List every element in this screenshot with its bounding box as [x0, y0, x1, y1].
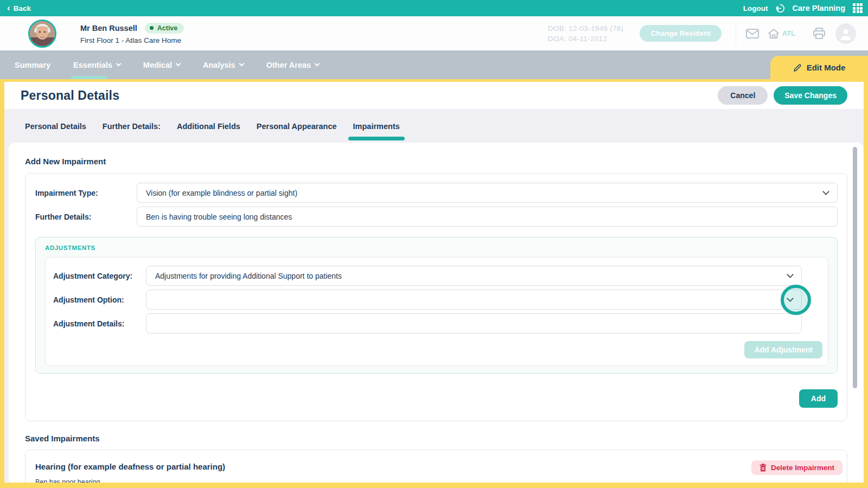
- add-button-row: Add: [35, 389, 838, 408]
- impairments-panel: Add New Impairment Impairment Type: Visi…: [9, 143, 864, 488]
- nav-item-essentials[interactable]: Essentials: [73, 50, 120, 79]
- adjustment-category-select[interactable]: Adjustments for providing Additional Sup…: [146, 266, 802, 286]
- resident-location: First Floor 1 - Atlas Care Home: [80, 36, 184, 44]
- add-impairment-button[interactable]: Add: [799, 389, 838, 408]
- tab-personal-details[interactable]: Personal Details: [25, 122, 86, 139]
- saved-impairment-details: Ben has poor hearing: [35, 478, 837, 486]
- edit-mode-label: Edit Mode: [807, 63, 846, 72]
- logout-button[interactable]: Logout: [743, 4, 768, 12]
- impairment-type-select[interactable]: Vision (for example blindness or partial…: [137, 183, 838, 203]
- page-content: Personal Details Further Details: Additi…: [4, 109, 864, 483]
- home-code-label: ATL: [782, 29, 795, 37]
- adjustments-card: Adjustment Category: Adjustments for pro…: [45, 257, 828, 366]
- further-details-value: Ben is having trouble seeing long distan…: [146, 213, 292, 221]
- nav-item-summary[interactable]: Summary: [15, 50, 50, 79]
- user-avatar-icon[interactable]: [835, 23, 856, 44]
- trash-icon: [760, 464, 767, 472]
- nav-label: Medical: [143, 61, 172, 69]
- change-resident-button[interactable]: Change Resident: [640, 25, 721, 42]
- print-icon[interactable]: [813, 28, 826, 40]
- edit-mode-frame: Personal Details Cancel Save Changes Per…: [0, 79, 868, 488]
- topbar-right: Logout Care Planning: [743, 3, 863, 13]
- header-icons: ATL: [746, 23, 868, 44]
- adjustment-button-row: Add Adjustment: [53, 341, 822, 358]
- nav-label: Other Areas: [266, 61, 311, 69]
- nav-item-analysis[interactable]: Analysis: [203, 50, 244, 79]
- mail-icon[interactable]: [746, 29, 759, 38]
- page-actions: Cancel Save Changes: [718, 86, 847, 105]
- tab-further-details[interactable]: Further Details:: [103, 122, 161, 139]
- adjustment-option-label: Adjustment Option:: [53, 296, 146, 304]
- resident-photo-image: [30, 21, 55, 46]
- adjustment-details-row: Adjustment Details:: [53, 313, 822, 333]
- saved-impairment-title: Hearing (for example deafness or partial…: [35, 462, 837, 471]
- status-badge: Active: [145, 23, 184, 34]
- adjustment-category-value: Adjustments for providing Additional Sup…: [155, 272, 342, 280]
- header-divider: [736, 22, 736, 45]
- resident-info: Mr Ben Russell Active First Floor 1 - At…: [80, 23, 184, 44]
- back-chevron-icon: ‹: [7, 3, 10, 12]
- back-button[interactable]: ‹ Back: [7, 4, 31, 12]
- top-bar: ‹ Back Logout Care Planning: [0, 0, 868, 16]
- edit-pencil-icon: [793, 63, 802, 72]
- adjustment-option-row: Adjustment Option:: [53, 290, 822, 310]
- resident-photo[interactable]: [28, 20, 56, 48]
- resident-dob: DOB: 12-03-1949 (76): [548, 23, 624, 34]
- chevron-down-icon: [176, 61, 181, 67]
- resident-doa: DOA: 04-11-2012: [548, 34, 624, 44]
- status-label: Active: [157, 24, 178, 32]
- back-label: Back: [14, 4, 31, 12]
- chevron-down-icon: [787, 271, 794, 278]
- edit-mode-button[interactable]: Edit Mode: [770, 56, 868, 79]
- adjustment-details-label: Adjustment Details:: [53, 319, 146, 328]
- further-details-row: Further Details: Ben is having trouble s…: [35, 207, 838, 227]
- logout-icon[interactable]: [776, 4, 785, 13]
- tab-additional-fields[interactable]: Additional Fields: [177, 122, 240, 139]
- home-icon[interactable]: [768, 28, 780, 39]
- add-impairment-card: Impairment Type: Vision (for example bli…: [25, 173, 847, 421]
- add-impairment-heading: Add New Impairment: [25, 157, 847, 166]
- status-dot-icon: [150, 26, 154, 30]
- impairment-type-label: Impairment Type:: [35, 189, 137, 197]
- adjustment-option-select[interactable]: [146, 290, 802, 310]
- app-screen: ‹ Back Logout Care Planning: [0, 0, 868, 488]
- adjustments-section: ADJUSTMENTS Adjustment Category: Adjustm…: [35, 237, 838, 374]
- chevron-down-icon: [787, 295, 794, 302]
- resident-header: Mr Ben Russell Active First Floor 1 - At…: [0, 16, 868, 50]
- page-title-band: Personal Details Cancel Save Changes: [4, 82, 864, 109]
- adjustment-details-input[interactable]: [146, 313, 802, 333]
- tab-label: Further Details:: [103, 122, 161, 131]
- tab-personal-appearance[interactable]: Personal Appearance: [257, 122, 337, 139]
- adjustment-category-label: Adjustment Category:: [53, 272, 146, 280]
- scrollbar[interactable]: [853, 143, 857, 483]
- delete-impairment-button[interactable]: Delete Impairment: [751, 460, 843, 475]
- chevron-down-icon: [315, 61, 320, 67]
- chevron-down-icon: [239, 61, 244, 67]
- main-nav: Summary Essentials Medical Analysis Othe…: [0, 50, 868, 79]
- adjustments-heading: ADJUSTMENTS: [45, 245, 828, 251]
- tab-label: Additional Fields: [177, 122, 240, 131]
- delete-impairment-label: Delete Impairment: [771, 464, 834, 472]
- impairment-type-row: Impairment Type: Vision (for example bli…: [35, 183, 838, 203]
- nav-item-other-areas[interactable]: Other Areas: [266, 50, 319, 79]
- saved-impairments-heading: Saved Impairments: [25, 434, 847, 443]
- scrollbar-thumb[interactable]: [853, 147, 857, 388]
- tab-label: Impairments: [353, 122, 400, 131]
- add-adjustment-button[interactable]: Add Adjustment: [744, 341, 822, 358]
- detail-tabs: Personal Details Further Details: Additi…: [4, 109, 864, 139]
- saved-impairment-item: Hearing (for example deafness or partial…: [25, 450, 847, 488]
- nav-label: Summary: [15, 61, 50, 69]
- save-changes-button[interactable]: Save Changes: [774, 86, 847, 105]
- nav-label: Analysis: [203, 61, 235, 69]
- further-details-label: Further Details:: [35, 213, 137, 221]
- adjustment-category-row: Adjustment Category: Adjustments for pro…: [53, 266, 822, 286]
- cancel-button[interactable]: Cancel: [718, 86, 768, 105]
- chevron-down-icon: [822, 188, 829, 195]
- tab-impairments[interactable]: Impairments: [353, 122, 400, 139]
- active-tab-underline: [348, 137, 405, 140]
- apps-grid-icon[interactable]: [853, 3, 863, 13]
- click-highlight-circle: [781, 285, 811, 315]
- app-title: Care Planning: [793, 4, 846, 12]
- further-details-input[interactable]: Ben is having trouble seeing long distan…: [137, 207, 838, 227]
- nav-item-medical[interactable]: Medical: [143, 50, 180, 79]
